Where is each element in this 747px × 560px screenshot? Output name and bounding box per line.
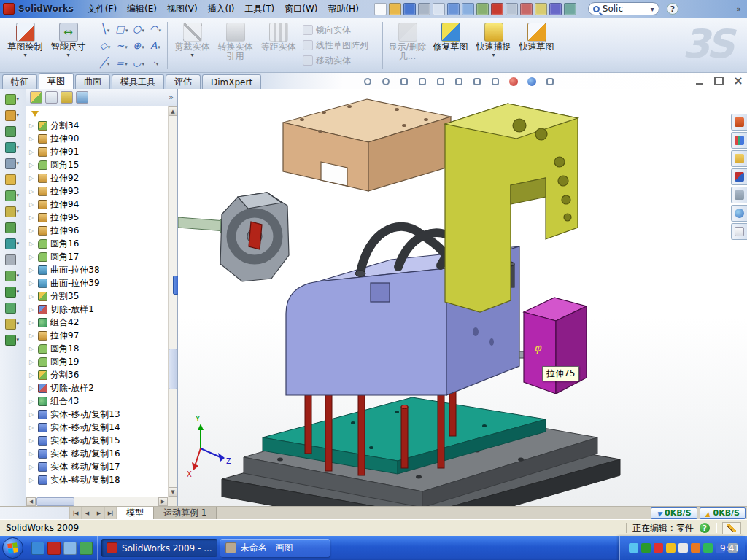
- upload-speed-badge[interactable]: 0KB/S: [700, 508, 746, 519]
- rectangle-tool-icon[interactable]: □: [114, 20, 130, 36]
- scene-edit-icon[interactable]: [549, 3, 562, 15]
- solidworks-launch-icon[interactable]: [47, 542, 61, 555]
- expand-arrow-icon[interactable]: [29, 372, 35, 378]
- flyout-caret-icon[interactable]: [141, 57, 144, 68]
- ribbon-button[interactable]: 剪裁实体 ▾: [171, 20, 213, 71]
- text-tool-icon[interactable]: A: [147, 37, 163, 53]
- expand-arrow-icon[interactable]: [29, 267, 35, 273]
- view-settings-icon[interactable]: [543, 75, 557, 88]
- tree-item[interactable]: 拉伸97: [26, 329, 168, 342]
- flyout-caret-icon[interactable]: [125, 23, 128, 34]
- tree-item[interactable]: 分割34: [26, 119, 168, 132]
- tree-item[interactable]: 分割35: [26, 289, 168, 303]
- tray-icon[interactable]: [654, 543, 663, 553]
- expand-arrow-icon[interactable]: [29, 228, 35, 234]
- tree-item[interactable]: 实体-移动/复制15: [26, 434, 168, 447]
- tree-item[interactable]: 组合43: [26, 394, 168, 408]
- circle-tool-icon[interactable]: ○: [131, 20, 147, 36]
- tree-item[interactable]: 拉伸93: [26, 184, 168, 198]
- tree-item[interactable]: 曲面-拉伸39: [26, 276, 168, 289]
- expand-arrow-icon[interactable]: [29, 424, 35, 431]
- zoom-icon[interactable]: [535, 3, 547, 15]
- appearances-icon[interactable]: [731, 205, 747, 222]
- configurationmanager-tab[interactable]: [61, 91, 73, 104]
- tree-item[interactable]: 圆角15: [26, 158, 168, 171]
- toolbox-icon[interactable]: [564, 3, 576, 15]
- expand-arrow-icon[interactable]: [29, 306, 35, 313]
- tree-item[interactable]: 拉伸94: [26, 198, 168, 211]
- print-icon[interactable]: [418, 3, 430, 15]
- download-speed-badge[interactable]: 0KB/S: [651, 508, 697, 519]
- toolbar-button[interactable]: ▾: [5, 158, 21, 169]
- section-view-icon[interactable]: [433, 75, 448, 88]
- ribbon-button[interactable]: 修复草图: [430, 20, 471, 71]
- ribbon-button[interactable]: 快速草图: [516, 20, 557, 71]
- command-tab[interactable]: DimXpert: [202, 74, 261, 89]
- expand-arrow-icon[interactable]: [29, 201, 35, 208]
- scroll-left-icon[interactable]: ◀: [26, 497, 36, 506]
- select-icon[interactable]: [476, 3, 489, 15]
- graphics-viewport[interactable]: φ: [178, 89, 747, 506]
- expand-arrow-icon[interactable]: [29, 280, 35, 287]
- flyout-caret-icon[interactable]: [124, 57, 128, 68]
- first-tab-icon[interactable]: [70, 507, 82, 519]
- prev-tab-icon[interactable]: [82, 507, 93, 519]
- command-tab[interactable]: 草图: [39, 73, 74, 89]
- toolbar-button[interactable]: ▾: [5, 206, 21, 217]
- show-desktop-icon[interactable]: [63, 542, 77, 555]
- polygon-tool-icon[interactable]: ◇: [97, 37, 113, 53]
- toolbar-button[interactable]: [5, 302, 21, 314]
- help-icon[interactable]: ?: [667, 3, 678, 15]
- menu-item[interactable]: 窗口(W): [279, 1, 322, 18]
- minimize-icon[interactable]: [692, 75, 706, 87]
- menu-item[interactable]: 工具(T): [240, 1, 280, 18]
- menu-item[interactable]: 帮助(H): [322, 1, 363, 18]
- tree-item[interactable]: 圆角18: [26, 342, 168, 355]
- tree-item[interactable]: 实体-移动/复制16: [26, 447, 168, 460]
- tray-icon[interactable]: [691, 543, 700, 553]
- pan-icon[interactable]: [397, 75, 411, 88]
- search-dropdown-icon[interactable]: [651, 4, 654, 14]
- expand-arrow-icon[interactable]: [29, 359, 35, 365]
- command-tab[interactable]: 曲面: [75, 74, 110, 89]
- menu-item[interactable]: 编辑(E): [122, 1, 162, 18]
- zoom-area-icon[interactable]: [379, 75, 393, 88]
- expand-arrow-icon[interactable]: [29, 332, 35, 339]
- options-icon[interactable]: [506, 3, 518, 15]
- scene-icon[interactable]: [525, 75, 539, 88]
- toolbar-button[interactable]: ▾: [5, 270, 21, 281]
- tree-item[interactable]: 切除-放样1: [26, 303, 168, 316]
- ribbon-button[interactable]: 显示/删除几...: [387, 20, 428, 71]
- filter-icon[interactable]: [31, 111, 39, 117]
- toolbar-overflow-icon[interactable]: »: [733, 4, 744, 14]
- panel-overflow-icon[interactable]: »: [169, 93, 174, 102]
- tree-item[interactable]: 实体-移动/复制14: [26, 421, 168, 434]
- flyout-caret-icon[interactable]: [155, 57, 159, 68]
- ribbon-button[interactable]: 转换实体引用: [214, 20, 256, 71]
- sketch-fillet-tool-icon[interactable]: ◡: [131, 54, 147, 70]
- start-button[interactable]: [2, 537, 23, 559]
- pattern-tool-icon[interactable]: ≡: [114, 54, 130, 70]
- menu-item[interactable]: 文件(F): [82, 1, 122, 18]
- tree-item[interactable]: 拉伸96: [26, 224, 168, 237]
- search-input[interactable]: Solic: [603, 4, 648, 14]
- tray-icon[interactable]: [641, 543, 651, 553]
- document-tab[interactable]: 运动算例 1: [154, 507, 217, 519]
- next-tab-icon[interactable]: [93, 507, 105, 519]
- ribbon-button[interactable]: 等距实体: [258, 20, 299, 71]
- tree-item[interactable]: 拉伸92: [26, 171, 168, 184]
- scroll-right-icon[interactable]: ▶: [158, 497, 168, 506]
- toolbar-button[interactable]: ▾: [5, 190, 21, 201]
- expand-arrow-icon[interactable]: [29, 136, 35, 142]
- toolbar-button[interactable]: [5, 254, 21, 265]
- tree-item[interactable]: 拉伸95: [26, 211, 168, 224]
- scrollbar-thumb[interactable]: [169, 349, 177, 389]
- toolbar-button[interactable]: [5, 174, 21, 185]
- resources-home-icon[interactable]: [731, 114, 747, 131]
- design-library-icon[interactable]: [731, 132, 747, 149]
- scroll-down-icon[interactable]: ▼: [169, 487, 177, 497]
- tree-item[interactable]: 分割36: [26, 368, 168, 381]
- print-preview-icon[interactable]: [433, 3, 445, 15]
- toolbar-button[interactable]: [5, 222, 21, 233]
- part-clamp-unit[interactable]: [220, 192, 289, 281]
